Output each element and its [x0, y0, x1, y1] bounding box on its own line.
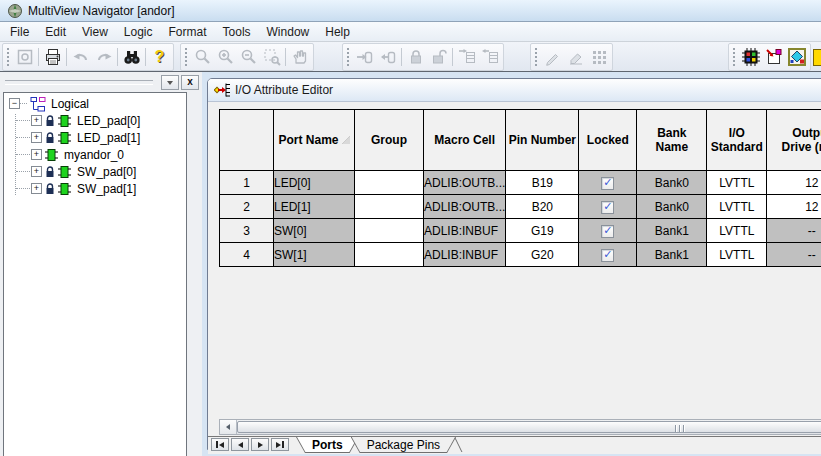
menu-file[interactable]: File: [2, 22, 37, 42]
column-header-io-standard[interactable]: I/O Standard: [707, 110, 767, 171]
undo-icon[interactable]: [69, 46, 92, 68]
bank-name-cell[interactable]: Bank1: [637, 219, 707, 243]
zoom-window-icon[interactable]: [260, 46, 283, 68]
bank-name-cell[interactable]: Bank0: [637, 195, 707, 219]
macro-cell-cell[interactable]: ADLIB:INBUF: [424, 243, 506, 267]
locked-checkbox[interactable]: [601, 249, 614, 262]
tree-item-sw-pad-0[interactable]: + SW_pad[0]: [4, 163, 186, 180]
toolbar-grip[interactable]: [6, 47, 10, 67]
previous-tab-button[interactable]: [231, 438, 249, 451]
column-header-macro-cell[interactable]: Macro Cell: [424, 110, 506, 171]
help-icon[interactable]: ?: [148, 46, 171, 68]
toolbar-grip[interactable]: [534, 47, 538, 67]
row-number-cell[interactable]: 4: [220, 243, 274, 267]
port-name-cell[interactable]: SW[1]: [274, 243, 355, 267]
lock-icon[interactable]: [404, 46, 427, 68]
find-icon[interactable]: [120, 46, 143, 68]
io-standard-cell[interactable]: LVTTL: [707, 171, 767, 195]
panel-menu-button[interactable]: [161, 75, 179, 90]
zoom-in-icon[interactable]: [214, 46, 237, 68]
locked-checkbox[interactable]: [601, 177, 614, 190]
column-header-locked[interactable]: Locked: [579, 110, 637, 171]
first-tab-button[interactable]: [211, 438, 229, 451]
locked-checkbox[interactable]: [601, 201, 614, 214]
pin-number-cell[interactable]: B19: [506, 171, 579, 195]
port-name-cell[interactable]: LED[0]: [274, 171, 355, 195]
pan-icon[interactable]: [288, 46, 311, 68]
output-drive-cell[interactable]: --: [767, 243, 821, 267]
scroll-left-button[interactable]: [220, 420, 237, 434]
scrollbar-thumb[interactable]: [237, 421, 821, 433]
tab-ports[interactable]: Ports: [296, 437, 359, 453]
save-icon[interactable]: [13, 46, 36, 68]
eraser-icon[interactable]: [564, 46, 587, 68]
chip-planner-icon[interactable]: [785, 46, 808, 68]
expand-icon[interactable]: +: [31, 149, 42, 160]
row-number-cell[interactable]: 2: [220, 195, 274, 219]
macro-cell-cell[interactable]: ADLIB:OUTB...: [424, 195, 506, 219]
tree-item-logical[interactable]: − Logical: [4, 95, 186, 112]
column-header-group[interactable]: Group: [355, 110, 424, 171]
unassign-pin-icon[interactable]: [376, 46, 399, 68]
menu-logic[interactable]: Logic: [116, 22, 161, 42]
toolbar-grip[interactable]: [732, 47, 736, 67]
port-name-cell[interactable]: SW[0]: [274, 219, 355, 243]
io-standard-cell[interactable]: LVTTL: [707, 195, 767, 219]
io-standard-cell[interactable]: LVTTL: [707, 243, 767, 267]
clipped-toolbar-icon[interactable]: [813, 49, 821, 66]
toolbar-grip[interactable]: [346, 47, 350, 67]
uncommit-table-icon[interactable]: [478, 46, 501, 68]
group-cell[interactable]: [355, 243, 424, 267]
panel-drag-grip[interactable]: [5, 80, 153, 85]
tree-item-myandor-0[interactable]: + myandor_0: [4, 146, 186, 163]
last-tab-button[interactable]: [271, 438, 289, 451]
output-drive-cell[interactable]: 12: [767, 195, 821, 219]
group-cell[interactable]: [355, 219, 424, 243]
io-standard-cell[interactable]: LVTTL: [707, 219, 767, 243]
output-drive-cell[interactable]: --: [767, 219, 821, 243]
zoom-icon[interactable]: [191, 46, 214, 68]
commit-table-icon[interactable]: [455, 46, 478, 68]
pin-number-cell[interactable]: G19: [506, 219, 579, 243]
zoom-out-icon[interactable]: [237, 46, 260, 68]
bank-name-cell[interactable]: Bank1: [637, 243, 707, 267]
tree-item-led-pad-1[interactable]: + LED_pad[1]: [4, 129, 186, 146]
locked-checkbox[interactable]: [601, 225, 614, 238]
grid-icon[interactable]: [587, 46, 610, 68]
panel-close-button[interactable]: x: [181, 75, 199, 90]
print-icon[interactable]: [41, 46, 64, 68]
expand-icon[interactable]: +: [31, 115, 42, 126]
tab-package-pins[interactable]: Package Pins: [351, 437, 456, 453]
group-cell[interactable]: [355, 171, 424, 195]
next-tab-button[interactable]: [251, 438, 269, 451]
menu-help[interactable]: Help: [317, 22, 358, 42]
bank-name-cell[interactable]: Bank0: [637, 171, 707, 195]
column-header-output-drive[interactable]: Output Drive (mA): [767, 110, 821, 171]
macro-cell-cell[interactable]: ADLIB:OUTB...: [424, 171, 506, 195]
menu-tools[interactable]: Tools: [215, 22, 259, 42]
assign-pin-icon[interactable]: [353, 46, 376, 68]
menu-view[interactable]: View: [74, 22, 116, 42]
column-header-pin-number[interactable]: Pin Number: [506, 110, 579, 171]
tree-item-sw-pad-1[interactable]: + SW_pad[1]: [4, 180, 186, 197]
redo-icon[interactable]: [92, 46, 115, 68]
unlock-icon[interactable]: [427, 46, 450, 68]
pin-editor-icon[interactable]: [762, 46, 785, 68]
expand-icon[interactable]: +: [31, 132, 42, 143]
column-header-port-name[interactable]: Port Name: [274, 110, 355, 171]
pin-number-cell[interactable]: G20: [506, 243, 579, 267]
port-name-cell[interactable]: LED[1]: [274, 195, 355, 219]
menu-format[interactable]: Format: [161, 22, 215, 42]
tree-item-led-pad-0[interactable]: + LED_pad[0]: [4, 112, 186, 129]
expand-icon[interactable]: +: [31, 183, 42, 194]
macro-cell-cell[interactable]: ADLIB:INBUF: [424, 219, 506, 243]
menu-window[interactable]: Window: [259, 22, 318, 42]
menu-edit[interactable]: Edit: [37, 22, 74, 42]
row-number-cell[interactable]: 3: [220, 219, 274, 243]
horizontal-scrollbar[interactable]: [219, 419, 821, 435]
column-header-bank-name[interactable]: Bank Name: [637, 110, 707, 171]
io-attribute-editor-icon[interactable]: [739, 46, 762, 68]
edit-pencil-icon[interactable]: [541, 46, 564, 68]
row-number-cell[interactable]: 1: [220, 171, 274, 195]
collapse-icon[interactable]: −: [9, 98, 20, 109]
